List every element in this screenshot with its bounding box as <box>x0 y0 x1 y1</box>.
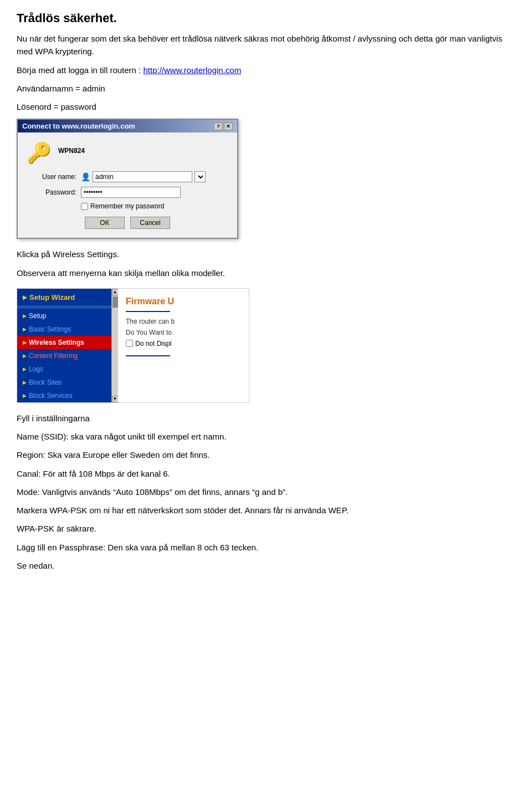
password-field-row: Password: <box>27 187 228 198</box>
firmware-title: Firmware U <box>126 297 241 307</box>
login-url-link[interactable]: http://www.routerlogin.com <box>143 65 241 75</box>
dialog-device-name: WPN824 <box>58 147 85 155</box>
sidebar-scrollbar[interactable]: ▲ ▼ <box>111 289 118 402</box>
router-main-panel: Firmware U The router can b Do You Want … <box>118 289 249 402</box>
wpa-instruction: Markera WPA-PSK om ni har ett nätverksko… <box>17 504 515 517</box>
username-label: User name: <box>27 173 76 181</box>
wireless-settings-label: Wireless Settings <box>29 339 84 346</box>
do-not-display-label: Do not Displ <box>135 340 171 348</box>
dialog-title: Connect to www.routerlogin.com <box>22 122 135 130</box>
remember-checkbox-row: Remember my password <box>81 202 228 210</box>
observe-note: Observera att menyerna kan skilja mellan… <box>17 267 515 279</box>
remember-label: Remember my password <box>90 202 164 210</box>
content-filtering-label: Content Filtering <box>29 352 78 360</box>
logs-label: Logs <box>29 365 43 373</box>
firmware-text-1: The router can b <box>126 318 241 325</box>
key-icon: 🔑 <box>27 141 52 165</box>
firmware-text-2: Do You Want to <box>126 329 241 336</box>
username-dropdown[interactable] <box>195 171 206 182</box>
username-field-row: User name: 👤 <box>27 171 228 182</box>
scroll-thumb[interactable] <box>112 297 118 308</box>
click-instruction: Klicka på Wireless Settings. <box>17 248 515 261</box>
sidebar-item-content-filtering[interactable]: Content Filtering <box>17 349 111 362</box>
router-screenshot: Setup Wizard Setup Basic Settings Wirele… <box>17 288 249 403</box>
dialog-titlebar: Connect to www.routerlogin.com ? ✕ <box>18 120 237 132</box>
router-sidebar: Setup Wizard Setup Basic Settings Wirele… <box>17 289 111 402</box>
firmware-checkbox-row: Do not Displ <box>126 340 241 348</box>
sidebar-area: Setup Wizard Setup Basic Settings Wirele… <box>17 289 118 402</box>
firmware-divider-top <box>126 311 170 312</box>
cancel-button[interactable]: Cancel <box>130 217 170 229</box>
region-instruction: Region: Ska vara Europe eller Sweden om … <box>17 448 515 461</box>
sidebar-item-block-sites[interactable]: Block Sites <box>17 376 111 389</box>
see-below: Se nedan. <box>17 559 515 572</box>
page-title: Trådlös säkerhet. <box>17 11 515 25</box>
mode-instruction: Mode: Vanligtvis används “Auto 108Mbps” … <box>17 486 515 498</box>
password-line: Lösenord = password <box>17 100 515 113</box>
do-not-display-checkbox[interactable] <box>126 340 133 347</box>
passphrase-instruction: Lägg till en Passphrase: Den ska vara på… <box>17 541 515 554</box>
sidebar-item-setup[interactable]: Setup <box>17 309 111 323</box>
ssid-instruction: Name (SSID): ska vara något unikt till e… <box>17 430 515 443</box>
wpa-safer: WPA-PSK är säkrare. <box>17 522 515 535</box>
sidebar-item-block-services[interactable]: Block Services <box>17 389 111 402</box>
login-instruction: Börja med att logga in till routern : ht… <box>17 64 515 76</box>
sidebar-divider-1 <box>17 308 111 308</box>
canal-instruction: Canal: För att få 108 Mbps är det kanal … <box>17 467 515 480</box>
firmware-divider-bottom <box>126 355 170 356</box>
dialog-icon-row: 🔑 WPN824 <box>27 141 228 165</box>
scroll-up-arrow[interactable]: ▲ <box>112 289 119 295</box>
dialog-help-btn[interactable]: ? <box>214 122 223 130</box>
fill-instruction: Fyll i inställningarna <box>17 412 515 425</box>
sidebar-item-wireless-settings[interactable]: Wireless Settings <box>17 336 111 349</box>
dialog-content: 🔑 WPN824 User name: 👤 Password: Remember… <box>18 132 237 238</box>
username-input[interactable] <box>93 171 192 182</box>
password-input[interactable] <box>81 187 181 198</box>
username-line: Användarnamn = admin <box>17 82 515 95</box>
sidebar-item-basic-settings[interactable]: Basic Settings <box>17 323 111 336</box>
block-services-label: Block Services <box>29 392 73 400</box>
password-label: Password: <box>27 188 76 196</box>
scroll-down-arrow[interactable]: ▼ <box>112 396 119 402</box>
dialog-buttons: OK Cancel <box>27 217 228 229</box>
sidebar-setup-wizard[interactable]: Setup Wizard <box>17 289 111 307</box>
setup-wizard-label: Setup Wizard <box>29 293 75 302</box>
sidebar-item-logs[interactable]: Logs <box>17 362 111 376</box>
block-sites-label: Block Sites <box>29 379 62 386</box>
ok-button[interactable]: OK <box>85 217 125 229</box>
dialog-titlebar-buttons: ? ✕ <box>214 122 233 130</box>
setup-label: Setup <box>29 312 46 320</box>
dialog-close-btn[interactable]: ✕ <box>224 122 233 130</box>
login-dialog: Connect to www.routerlogin.com ? ✕ 🔑 WPN… <box>17 119 238 239</box>
intro-paragraph: Nu när det fungerar som det ska behöver … <box>17 32 515 58</box>
remember-checkbox[interactable] <box>81 203 88 210</box>
basic-settings-label: Basic Settings <box>29 325 71 333</box>
